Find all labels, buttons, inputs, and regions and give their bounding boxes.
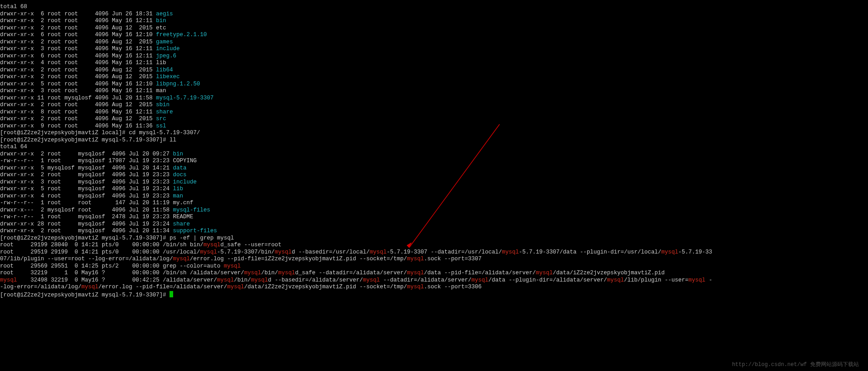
ps-row: root 29569 29551 0 14:25 pts/2 00:00:00 … xyxy=(0,263,712,270)
ls-row: drwxr-xr-x 2 root root 4096 Aug 12 2015 … xyxy=(0,116,712,123)
ls-row: drwxr-xr-x 2 root root 4096 Aug 12 2015 … xyxy=(0,102,712,109)
match-token: mysql xyxy=(407,284,424,290)
filename: mysql-5.7.19-3307 xyxy=(156,95,214,101)
match-token: mysql xyxy=(407,270,424,276)
filename: docs xyxy=(173,172,187,178)
filename: src xyxy=(156,116,166,122)
match-token: mysql xyxy=(217,277,234,283)
match-token: mysql xyxy=(689,277,706,283)
filename: COPYING xyxy=(173,158,197,164)
match-token: mysql xyxy=(251,277,268,283)
match-token: mysql xyxy=(363,277,380,283)
ls-row: drwxr-xr-x 3 root root 4096 May 16 12:11… xyxy=(0,46,712,53)
match-token: mysql xyxy=(278,270,295,276)
filename: data xyxy=(173,165,187,171)
match-token: mysql xyxy=(244,270,261,276)
ps-row: mysql 32498 32219 0 May16 ? 00:42:25 /al… xyxy=(0,277,712,284)
filename: lib64 xyxy=(156,67,173,73)
match-token: mysql xyxy=(224,263,241,269)
ps-row: 07/lib/plugin --user=root --log-error=/a… xyxy=(0,256,712,263)
match-token: mysql xyxy=(536,270,553,276)
filename: bin xyxy=(156,18,166,24)
ls-row: drwxr-xr-x 6 root root 4096 Jun 26 18:31… xyxy=(0,11,712,18)
filename: jpeg.6 xyxy=(156,53,176,59)
filename: sbin xyxy=(156,102,170,108)
filename: games xyxy=(156,39,173,45)
ls-row: drwxr-xr-x 2 root mysqlosf 4096 Jul 19 2… xyxy=(0,172,712,179)
ls-row: drwxr-xr-x 2 root root 4096 Aug 12 2015 … xyxy=(0,39,712,46)
ps-row: root 32219 1 0 May16 ? 00:00:00 /bin/sh … xyxy=(0,270,712,277)
ls-row: drwxr-xr-x 28 root mysqlosf 4096 Jul 19 … xyxy=(0,221,712,228)
ls-row: drwxr-xr-x 2 root root 4096 Aug 12 2015 … xyxy=(0,25,712,32)
ls-row: drwxr-xr-x 4 root mysqlosf 4096 Jul 19 2… xyxy=(0,193,712,200)
match-token: mysql xyxy=(607,277,624,283)
match-token: mysql xyxy=(81,284,99,290)
ls-row: drwxr-xr-x 8 root root 4096 May 16 12:11… xyxy=(0,109,712,116)
match-token: mysql xyxy=(472,277,489,283)
match-token: mysql xyxy=(275,249,292,255)
filename: lib xyxy=(156,60,166,66)
ls-row: drwxr-xr-x 2 root root 4096 Aug 12 2015 … xyxy=(0,67,712,74)
match-token: mysql xyxy=(370,249,387,255)
terminal-line: [root@iZ2ze2jvzepskyobjmavtiZ mysql-5.7.… xyxy=(0,137,712,144)
ls-row: drwxr-xr-x 5 mysqlosf mysqlosf 4096 Jul … xyxy=(0,165,712,172)
ls-row: -rw-r--r-- 1 root mysqlosf 17987 Jul 19 … xyxy=(0,158,712,165)
ls-row: drwxr-xr-x 3 root root 4096 May 16 12:11… xyxy=(0,88,712,95)
match-token: mysql xyxy=(200,249,217,255)
filename: libexec xyxy=(156,74,180,80)
ls-row: drwxr-xr-x 9 root root 4096 May 16 11:36… xyxy=(0,123,712,130)
filename: freetype.2.1.10 xyxy=(156,32,207,38)
terminal-line: total 68 xyxy=(0,4,712,11)
match-token: mysql xyxy=(173,256,190,262)
filename: my.cnf xyxy=(173,200,193,206)
filename: support-files xyxy=(173,228,217,234)
ps-row: root 29199 28040 0 14:21 pts/0 00:00:00 … xyxy=(0,242,712,249)
match-token: mysql xyxy=(203,242,221,248)
match-token: mysql xyxy=(0,277,17,283)
filename: man xyxy=(156,88,166,94)
filename: README xyxy=(173,214,193,220)
filename: bin xyxy=(173,151,184,157)
filename: aegis xyxy=(156,11,173,17)
filename: include xyxy=(156,46,180,52)
ls-row: drwxr-xr-x 2 root mysqlosf 4096 Jul 20 0… xyxy=(0,151,712,158)
ps-row: root 29519 29199 0 14:21 pts/0 00:00:00 … xyxy=(0,249,712,256)
ls-row: drwxr-xr-x 4 root root 4096 May 16 12:11… xyxy=(0,60,712,67)
filename: mysql-files xyxy=(173,207,211,213)
ps-row: -log-error=/alidata/log/mysql/error.log … xyxy=(0,284,712,291)
ls-row: drwxr-xr-x 2 root root 4096 May 16 12:11… xyxy=(0,18,712,25)
match-token: mysql xyxy=(502,249,519,255)
filename: man xyxy=(173,193,184,199)
ls-row: drwxr-xr-x 5 root mysqlosf 4096 Jul 19 2… xyxy=(0,186,712,193)
filename: share xyxy=(156,109,173,115)
terminal-output[interactable]: total 68drwxr-xr-x 6 root root 4096 Jun … xyxy=(0,4,712,299)
filename: lib xyxy=(173,186,184,192)
ls-row: drwxr-xr-x 5 root root 4096 May 16 12:10… xyxy=(0,81,712,88)
watermark: http://blog.csdn.net/wf 免费网站源码下载站 xyxy=(732,362,859,369)
cursor xyxy=(170,291,173,297)
ls-row: drwxr-x--- 2 mysqlosf root 4096 Jul 20 1… xyxy=(0,207,712,214)
ls-row: drwxr-xr-x 2 root mysqlosf 4096 Jul 20 1… xyxy=(0,228,712,235)
filename: share xyxy=(173,221,190,227)
filename: include xyxy=(173,179,197,185)
ls-row: drwxr-xr-x 3 root mysqlosf 4096 Jul 19 2… xyxy=(0,179,712,186)
match-token: mysql xyxy=(227,284,245,290)
filename: etc xyxy=(156,25,166,31)
ls-row: -rw-r--r-- 1 root root 147 Jul 20 11:19 … xyxy=(0,200,712,207)
ls-row: drwxr-xr-x 6 root root 4096 May 16 12:11… xyxy=(0,53,712,60)
terminal-line: [root@iZ2ze2jvzepskyobjmavtiZ mysql-5.7.… xyxy=(0,235,712,242)
ls-row: -rw-r--r-- 1 root mysqlosf 2478 Jul 19 2… xyxy=(0,214,712,221)
ls-row: drwxr-xr-x 2 root root 4096 Aug 12 2015 … xyxy=(0,74,712,81)
filename: libpng.1.2.50 xyxy=(156,81,200,87)
terminal-line: total 64 xyxy=(0,144,712,151)
filename: ssl xyxy=(156,123,166,129)
prompt[interactable]: [root@iZ2ze2jvzepskyobjmavtiZ mysql-5.7.… xyxy=(0,291,712,299)
ls-row: drwxr-xr-x 6 root root 4096 May 16 12:10… xyxy=(0,32,712,39)
terminal-line: [root@iZ2ze2jvzepskyobjmavtiZ local]# cd… xyxy=(0,130,712,137)
match-token: mysql xyxy=(407,256,424,262)
match-token: mysql xyxy=(661,249,679,255)
ls-row: drwxr-xr-x 11 root mysqlosf 4096 Jul 20 … xyxy=(0,95,712,102)
